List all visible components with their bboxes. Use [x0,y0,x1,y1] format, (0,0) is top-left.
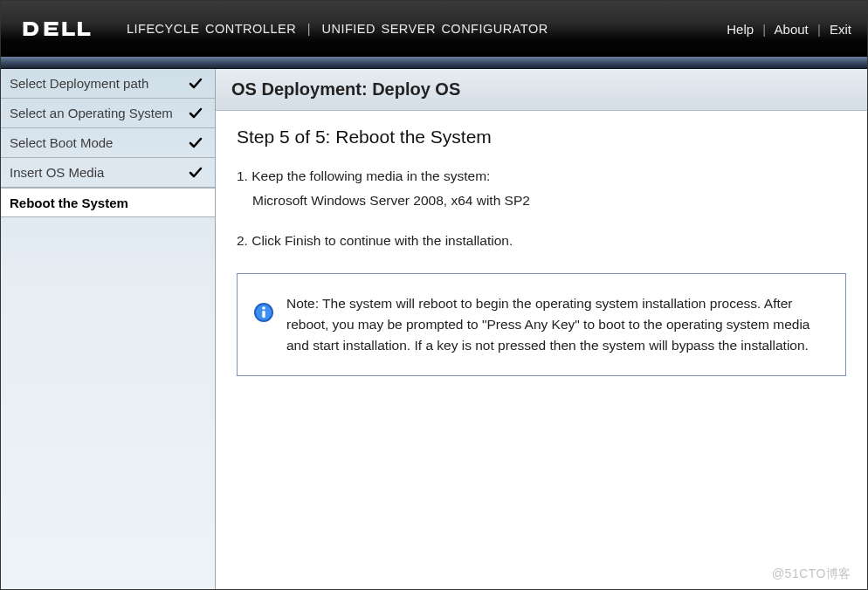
instruction-1: 1. Keep the following media in the syste… [237,168,846,184]
dell-logo [22,18,92,39]
checkmark-icon [189,77,203,91]
note-text: Note: The system will reboot to begin th… [286,293,830,356]
note-box: Note: The system will reboot to begin th… [237,273,846,376]
page-title: OS Deployment: Deploy OS [216,69,867,111]
checkmark-icon [189,136,203,150]
sidebar-item-label: Insert OS Media [10,165,104,180]
help-link[interactable]: Help [727,22,754,37]
page-content: Step 5 of 5: Reboot the System 1. Keep t… [216,111,867,392]
step-heading: Step 5 of 5: Reboot the System [237,127,846,148]
checkmark-icon [189,106,203,120]
sidebar-item-label: Select Boot Mode [10,135,113,150]
exit-link[interactable]: Exit [830,22,851,37]
header-underbar [1,57,867,69]
sidebar-item-select-deployment-path[interactable]: Select Deployment path [1,69,215,99]
sidebar-item-label: Select an Operating System [10,106,173,120]
sidebar-item-select-operating-system[interactable]: Select an Operating System [1,99,215,128]
top-nav: Help | About | Exit [727,22,851,37]
svg-point-3 [262,306,265,310]
breadcrumb-divider: | [307,22,311,36]
info-icon [253,302,274,323]
sidebar-item-reboot-the-system[interactable]: Reboot the System [1,188,215,217]
breadcrumb: LIFECYCLE CONTROLLER | UNIFIED SERVER CO… [127,22,548,36]
instruction-1-media: Microsoft Windows Server 2008, x64 with … [252,193,846,209]
breadcrumb-a: LIFECYCLE CONTROLLER [127,22,296,36]
watermark: @51CTO博客 [772,566,851,582]
instruction-2: 2. Click Finish to continue with the ins… [237,233,846,249]
sidebar-item-label: Select Deployment path [10,76,148,91]
wizard-sidebar: Select Deployment path Select an Operati… [1,69,216,589]
svg-rect-2 [262,311,265,318]
sidebar-item-select-boot-mode[interactable]: Select Boot Mode [1,128,215,158]
sidebar-item-label: Reboot the System [10,196,128,210]
sidebar-item-insert-os-media[interactable]: Insert OS Media [1,158,215,188]
main-panel: OS Deployment: Deploy OS Step 5 of 5: Re… [216,69,867,589]
checkmark-icon [189,166,203,180]
about-link[interactable]: About [775,22,809,37]
breadcrumb-b: UNIFIED SERVER CONFIGURATOR [321,22,548,36]
app-header: LIFECYCLE CONTROLLER | UNIFIED SERVER CO… [1,1,867,57]
